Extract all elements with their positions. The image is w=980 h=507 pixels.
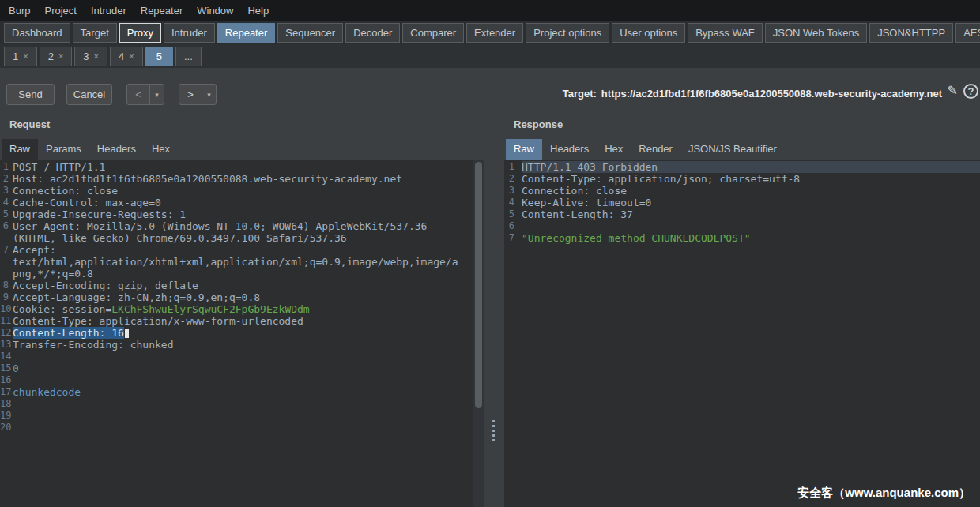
- line-number: [0, 256, 13, 268]
- tab-comparer[interactable]: Comparer: [402, 23, 464, 43]
- editor-line[interactable]: 7"Unrecognized method CHUNKEDCODEPOST": [504, 232, 980, 244]
- editor-line[interactable]: 3Connection: close: [504, 185, 980, 197]
- editor-line[interactable]: 2Host: ac2d1fbd1f1f6fb6805e0a1200550088.…: [0, 173, 473, 185]
- editor-line[interactable]: 2Content-Type: application/json; charset…: [504, 173, 980, 185]
- tab-extender[interactable]: Extender: [466, 23, 523, 43]
- tab-hex[interactable]: Hex: [144, 139, 178, 160]
- menu-repeater[interactable]: Repeater: [134, 2, 190, 20]
- editor-line[interactable]: 6User-Agent: Mozilla/5.0 (Windows NT 10.…: [0, 220, 473, 232]
- menu-intruder[interactable]: Intruder: [84, 2, 134, 20]
- tab-dashboard[interactable]: Dashboard: [4, 23, 70, 43]
- editor-line[interactable]: 5Upgrade-Insecure-Requests: 1: [0, 208, 473, 220]
- code-segment: Upgrade-Insecure-Requests: 1: [13, 208, 186, 220]
- tab-headers[interactable]: Headers: [89, 139, 144, 160]
- line-text: Accept-Encoding: gzip, deflate: [13, 280, 473, 291]
- close-tab-icon[interactable]: ×: [23, 51, 28, 61]
- tab-intruder[interactable]: Intruder: [164, 23, 215, 43]
- tab-json-js-beautifier[interactable]: JSON/JS Beautifier: [680, 139, 785, 160]
- tab-decoder[interactable]: Decoder: [345, 23, 400, 43]
- panel-splitter[interactable]: [484, 111, 504, 507]
- code-segment: POST / HTTP/1.1: [13, 161, 105, 173]
- code-segment: 0: [13, 362, 19, 374]
- editor-line[interactable]: 6: [504, 220, 980, 232]
- editor-line[interactable]: 11Content-Type: application/x-www-form-u…: [0, 315, 473, 327]
- line-text: 0: [13, 362, 473, 374]
- repeater-tab-more[interactable]: ...: [175, 47, 202, 66]
- editor-line[interactable]: 3Connection: close: [0, 185, 473, 197]
- repeater-tab-4[interactable]: 4×: [110, 47, 143, 66]
- request-editor[interactable]: 1POST / HTTP/1.12Host: ac2d1fbd1f1f6fb68…: [0, 160, 473, 507]
- repeater-tab-1[interactable]: 1×: [4, 47, 37, 66]
- menu-project[interactable]: Project: [37, 2, 83, 20]
- tab-raw[interactable]: Raw: [506, 139, 542, 160]
- close-tab-icon[interactable]: ×: [58, 51, 63, 61]
- scrollbar-thumb[interactable]: [475, 162, 482, 408]
- chevron-down-icon[interactable]: ▾: [150, 84, 164, 104]
- cancel-button[interactable]: Cancel: [66, 84, 112, 105]
- menu-window[interactable]: Window: [190, 2, 240, 20]
- line-text: [13, 374, 473, 386]
- close-tab-icon[interactable]: ×: [94, 51, 99, 61]
- line-number: 2: [0, 173, 13, 185]
- tab-bypass-waf[interactable]: Bypass WAF: [688, 23, 763, 43]
- editor-line[interactable]: 150: [0, 362, 473, 374]
- editor-line[interactable]: 4Keep-Alive: timeout=0: [504, 197, 980, 208]
- editor-line[interactable]: (KHTML, like Gecko) Chrome/69.0.3497.100…: [0, 232, 473, 244]
- burp-suite-window: BurpProjectIntruderRepeaterWindowHelp Da…: [0, 0, 980, 507]
- code-segment: Content-Length: 37: [522, 208, 633, 220]
- tab-proxy[interactable]: Proxy: [119, 23, 161, 43]
- tab-sequencer[interactable]: Sequencer: [277, 23, 343, 43]
- tab-json-web-tokens[interactable]: JSON Web Tokens: [765, 23, 867, 43]
- repeater-tab-5[interactable]: 5: [145, 47, 173, 66]
- editor-line[interactable]: 5Content-Length: 37: [504, 208, 980, 220]
- editor-line[interactable]: text/html,application/xhtml+xml,applicat…: [0, 256, 473, 268]
- menu-help[interactable]: Help: [240, 2, 276, 20]
- line-text: Content-Length: 16: [13, 327, 473, 339]
- tab-headers[interactable]: Headers: [542, 139, 597, 160]
- tab-user-options[interactable]: User options: [612, 23, 685, 43]
- response-editor[interactable]: 1HTTP/1.1 403 Forbidden2Content-Type: ap…: [504, 160, 980, 507]
- chevron-down-icon[interactable]: ▾: [202, 84, 216, 104]
- text-caret: [125, 329, 129, 338]
- editor-line[interactable]: 8Accept-Encoding: gzip, deflate: [0, 280, 473, 291]
- send-button[interactable]: Send: [6, 84, 55, 105]
- previous-request-button[interactable]: < ▾: [126, 84, 164, 105]
- tab-project-options[interactable]: Project options: [526, 23, 609, 43]
- code-segment: chunkedcode: [13, 386, 81, 398]
- editor-line[interactable]: 9Accept-Language: zh-CN,zh;q=0.9,en;q=0.…: [0, 291, 473, 303]
- tab-json-httpp[interactable]: JSON&HTTPP: [869, 23, 953, 43]
- editor-line[interactable]: 7Accept:: [0, 244, 473, 256]
- line-text: png,*/*;q=0.8: [13, 268, 473, 280]
- tab-repeater[interactable]: Repeater: [217, 23, 275, 43]
- line-text: Cookie: session=LKChFShwuElyrSqwuCF2FpGb…: [13, 303, 473, 315]
- code-segment: Accept:: [13, 244, 56, 256]
- editor-line[interactable]: 1HTTP/1.1 403 Forbidden: [504, 161, 980, 173]
- tab-params[interactable]: Params: [38, 139, 89, 160]
- request-scrollbar[interactable]: [473, 160, 484, 507]
- editor-line[interactable]: 14: [0, 351, 473, 362]
- menu-burp[interactable]: Burp: [2, 2, 37, 20]
- tab-aes-crypto[interactable]: AES Crypto: [956, 23, 980, 43]
- tab-hex[interactable]: Hex: [597, 139, 631, 160]
- repeater-tab-2[interactable]: 2×: [40, 47, 73, 66]
- editor-line[interactable]: 20: [0, 422, 473, 434]
- edit-target-icon[interactable]: ✎: [948, 83, 958, 98]
- editor-line[interactable]: 12Content-Length: 16: [0, 327, 473, 339]
- editor-line[interactable]: 16: [0, 374, 473, 386]
- tab-render[interactable]: Render: [631, 139, 680, 160]
- editor-line[interactable]: 1POST / HTTP/1.1: [0, 161, 473, 173]
- editor-line[interactable]: 17chunkedcode: [0, 386, 473, 398]
- editor-line[interactable]: 18: [0, 398, 473, 410]
- tab-target[interactable]: Target: [73, 23, 117, 43]
- editor-line[interactable]: 13Transfer-Encoding: chunked: [0, 339, 473, 351]
- line-text: [13, 410, 473, 422]
- help-icon[interactable]: ?: [963, 84, 978, 99]
- editor-line[interactable]: 19: [0, 410, 473, 422]
- close-tab-icon[interactable]: ×: [129, 51, 134, 61]
- repeater-tab-3[interactable]: 3×: [74, 47, 107, 66]
- editor-line[interactable]: 10Cookie: session=LKChFShwuElyrSqwuCF2Fp…: [0, 303, 473, 315]
- tab-raw[interactable]: Raw: [2, 139, 38, 160]
- editor-line[interactable]: 4Cache-Control: max-age=0: [0, 197, 473, 208]
- next-request-button[interactable]: > ▾: [179, 84, 217, 105]
- editor-line[interactable]: png,*/*;q=0.8: [0, 268, 473, 280]
